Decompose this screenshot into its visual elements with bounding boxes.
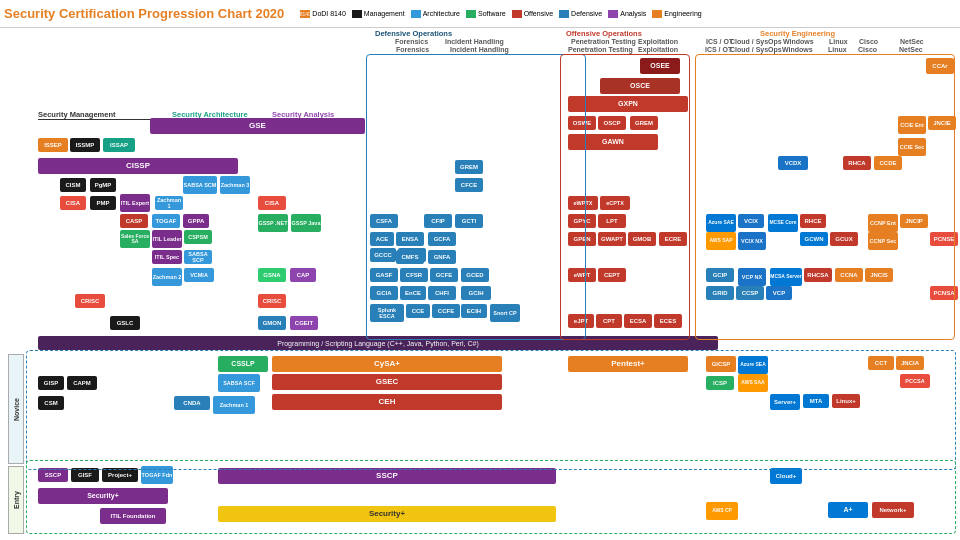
cert-sabsa-scp[interactable]: SABSA SCP [184,250,212,264]
incident-col: Incident Handling [450,46,509,53]
linux-label: Linux [829,38,848,45]
cert-cism[interactable]: CISM [60,178,86,192]
exploit-col: Exploitation [638,46,678,53]
legend: 8140 DoDI 8140 Management Architecture S… [300,10,701,18]
cert-vcmia[interactable]: VCMIA [184,268,214,282]
cert-cspsm[interactable]: CSPSM [184,230,212,244]
defensive-ops-label: Defensive Operations [375,29,452,38]
legend-soft: Software [466,10,506,18]
cert-cisa2[interactable]: CISA [258,196,286,210]
legend-dodi: 8140 DoDI 8140 [300,10,345,18]
novice-label: Novice [13,398,20,421]
defensive-ops-box [366,54,586,340]
sec-mgmt-label: Security Management [38,110,168,120]
forensics-label: Forensics [395,38,428,45]
novice-band: Novice [8,354,24,464]
cert-itil-spec[interactable]: ITIL Spec [152,250,182,264]
header: Security Certification Progression Chart… [0,0,960,28]
cert-cap[interactable]: CAP [290,268,316,282]
pentest-label: Penetration Testing [571,38,636,45]
cert-gssp-java[interactable]: GSSP Java [291,214,321,232]
exploitation-label: Exploitation [638,38,678,45]
entry-band: Entry [8,466,24,534]
cert-pmp[interactable]: PMP [90,196,116,210]
legend-eng: Engineering [652,10,701,18]
cisco-label: Cisco [859,38,878,45]
page-title: Security Certification Progression Chart… [4,6,284,21]
cert-sf-sa[interactable]: Sales Force SA [120,230,150,248]
offensive-ops-box [560,54,690,340]
cert-gppa[interactable]: GPPA [183,214,209,228]
cert-cgeit[interactable]: CGEIT [290,316,318,330]
cert-cisa[interactable]: CISA [60,196,86,210]
page: Security Certification Progression Chart… [0,0,960,540]
legend-mgmt: Management [352,10,405,18]
netsec-label: NetSec [900,38,924,45]
cloud-col: Cloud / SysOps [730,46,782,53]
title-year: 2020 [255,6,284,21]
win-col: Windows [782,46,813,53]
incident-label: Incident Handling [445,38,504,45]
cisco-col: Cisco [858,46,877,53]
entry-label: Entry [13,491,20,509]
offensive-ops-label: Offensive Operations [566,29,642,38]
cert-issep[interactable]: ISSEP [38,138,68,152]
cert-itil-leader[interactable]: ITIL Leader [152,230,182,248]
cloud-sysops-label: Cloud / SysOps [730,38,782,45]
cert-crisc2[interactable]: CRISC [258,294,286,308]
netsec-col: NetSec [899,46,923,53]
cert-casp[interactable]: CASP [120,214,148,228]
cert-cissp[interactable]: CISSP [38,158,238,174]
legend-def: Defensive [559,10,602,18]
cert-issmp[interactable]: ISSMP [70,138,100,152]
cert-gse[interactable]: GSE [150,118,365,134]
sec-eng-box [695,54,955,340]
novice-dashed-box [26,350,956,470]
cert-gmon[interactable]: GMON [258,316,286,330]
title-main: Security Certification Progression Chart [4,6,252,21]
legend-arch: Architecture [411,10,460,18]
cert-itil-expert[interactable]: ITIL Expert [120,194,150,212]
security-eng-label: Security Engineering [760,29,835,38]
cert-gslc[interactable]: GSLC [110,316,140,330]
ics-col: ICS / OT [705,46,732,53]
linux-col: Linux [828,46,847,53]
cert-zachman2[interactable]: Zachman 2 [152,268,182,286]
windows-label: Windows [783,38,814,45]
entry-dashed-box [26,460,956,534]
cert-sabsa-scm[interactable]: SABSA SCM [183,176,217,194]
cert-zachman3[interactable]: Zachman 3 [220,176,250,194]
cert-zachman1b[interactable]: Zachman 1 [155,196,183,210]
pentest-col: Penetration Testing [568,46,633,53]
legend-off: Offensive [512,10,553,18]
cert-togaf[interactable]: TOGAF [152,214,180,228]
cert-gsna[interactable]: GSNA [258,268,286,282]
legend-anal: Analysis [608,10,646,18]
cert-crisc[interactable]: CRISC [75,294,105,308]
cert-gssp-net[interactable]: GSSP .NET [258,214,288,232]
forensics-col: Forensics [396,46,429,53]
cert-pgmp[interactable]: PgMP [90,178,116,192]
cert-issap[interactable]: ISSAP [103,138,135,152]
